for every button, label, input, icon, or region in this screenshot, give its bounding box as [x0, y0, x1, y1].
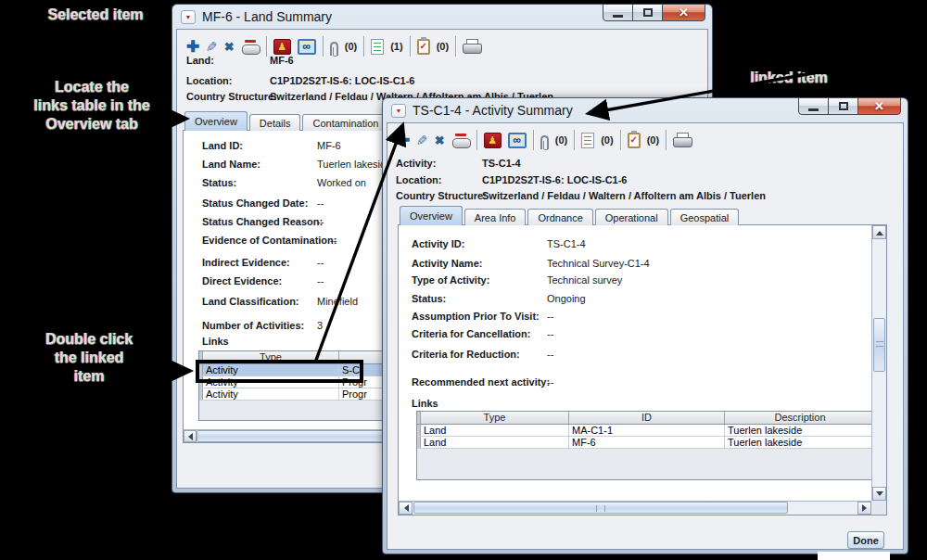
minimize-icon — [808, 108, 819, 111]
maximize-icon — [643, 8, 653, 17]
vertical-scrollbar[interactable] — [871, 225, 886, 501]
scrollbar-thumb[interactable] — [873, 318, 885, 372]
field-value: -- — [330, 235, 337, 246]
tab-contamination[interactable]: Contamination — [302, 114, 388, 131]
edit-button[interactable]: ✎ — [206, 40, 218, 54]
field-value: -- — [547, 328, 553, 339]
window-menu-icon[interactable]: ▼ — [181, 10, 196, 24]
scrollbar-thumb[interactable] — [413, 502, 788, 514]
scroll-left-button[interactable] — [184, 430, 197, 442]
cell-id: MF-6 — [569, 437, 725, 448]
field-value: Worked on — [317, 177, 366, 188]
field-label: Land Classification: — [202, 296, 299, 307]
cell-description: Tuerlen lakeside — [725, 437, 876, 448]
cell-type: Land — [421, 437, 569, 448]
annotation-line: Double click — [19, 330, 159, 349]
field-label: Indirect Evidence: — [202, 257, 290, 268]
field-value: Tuerlen lakeside — [317, 159, 391, 170]
tasks-count: (0) — [437, 41, 449, 52]
add-button[interactable]: ✚ — [397, 133, 410, 148]
field-label: Type of Activity: — [412, 274, 489, 286]
land-window-titlebar[interactable]: ▼ MF-6 - Land Summary ✕ — [172, 5, 712, 29]
scroll-right-button[interactable] — [857, 502, 871, 515]
field-value: -- — [317, 197, 324, 209]
attachment-count: (0) — [345, 41, 357, 52]
tasks-icon[interactable]: ✓ — [417, 39, 430, 55]
field-label: Status: — [202, 177, 236, 188]
thumb-grip — [596, 505, 605, 512]
field-value: -- — [317, 275, 324, 286]
notes-count: (1) — [390, 41, 402, 52]
delete-button[interactable]: ✖ — [224, 41, 235, 53]
scroll-down-button[interactable] — [872, 487, 886, 501]
report-button[interactable]: ♟ — [273, 39, 291, 55]
delete-button[interactable]: ✖ — [435, 134, 445, 146]
left-arrow-icon — [400, 504, 409, 512]
location-label: Location: — [396, 174, 442, 185]
window-menu-icon[interactable]: ▼ — [391, 104, 406, 118]
column-header-id[interactable]: ID — [569, 412, 725, 424]
stamp-button[interactable] — [241, 39, 260, 55]
window-title: MF-6 - Land Summary — [202, 9, 332, 24]
partial-window-fragment — [818, 552, 890, 560]
annotation-locate-links: Locate the links table in the Overview t… — [7, 78, 176, 134]
search-button[interactable]: ∞ — [298, 39, 316, 55]
add-button[interactable]: ✚ — [186, 39, 199, 55]
field-value: -- — [317, 257, 324, 268]
report-button[interactable]: ♟ — [484, 133, 502, 148]
tab-details[interactable]: Details — [249, 114, 301, 131]
field-label: Number of Activities: — [202, 320, 304, 331]
tab-area-info[interactable]: Area Info — [464, 209, 527, 225]
activity-toolbar: ✚ ✎ ✖ ♟ ∞ (0) (0) ✓ (0) — [397, 129, 691, 151]
maximize-button[interactable] — [632, 4, 663, 21]
links-table-header[interactable]: Type ID Description — [417, 412, 876, 425]
print-button[interactable] — [673, 133, 691, 147]
close-icon: ✕ — [679, 6, 689, 19]
field-value: 3 — [317, 320, 323, 331]
notes-icon[interactable] — [581, 133, 594, 148]
maximize-button[interactable] — [828, 97, 858, 115]
annotation-line: Overview tab — [7, 115, 176, 134]
scroll-up-button[interactable] — [872, 225, 886, 239]
column-header-type[interactable]: Type — [421, 412, 569, 424]
tab-operational[interactable]: Operational — [595, 209, 668, 225]
done-button[interactable]: Done — [847, 531, 884, 549]
tab-geospatial[interactable]: Geospatial — [670, 209, 740, 225]
table-row[interactable]: Land MA-C1-1 Tuerlen lakeside — [417, 425, 876, 437]
edit-button[interactable]: ✎ — [416, 134, 428, 147]
close-button[interactable]: ✕ — [662, 4, 705, 21]
print-button[interactable] — [463, 39, 480, 54]
tab-overview[interactable]: Overview — [400, 206, 463, 225]
links-heading: Links — [202, 336, 229, 347]
field-value: Technical Survey-C1-4 — [547, 258, 650, 269]
field-label: Assumption Prior To Visit: — [412, 311, 540, 322]
tab-overview[interactable]: Overview — [184, 111, 248, 131]
annotation-double-click: Double click the linked item — [19, 330, 159, 386]
field-label: Status Changed Date: — [202, 197, 308, 209]
minimize-button[interactable] — [603, 4, 633, 21]
toolbar-divider — [363, 36, 364, 57]
notes-icon[interactable] — [371, 39, 384, 55]
annotation-line: the linked — [19, 349, 159, 367]
toolbar-divider — [574, 130, 575, 150]
toolbar-divider — [410, 36, 411, 57]
activity-window-titlebar[interactable]: ▼ TS-C1-4 - Activity Summary ✕ — [383, 98, 908, 122]
close-icon: ✕ — [874, 100, 884, 112]
attachment-icon[interactable] — [330, 42, 338, 56]
tasks-icon[interactable]: ✓ — [628, 133, 641, 148]
annotation-line: Locate the — [7, 78, 176, 96]
scroll-left-button[interactable] — [399, 502, 413, 515]
stamp-button[interactable] — [451, 133, 470, 148]
field-value: Minefield — [317, 296, 358, 307]
field-value: MF-6 — [317, 140, 341, 151]
search-button[interactable]: ∞ — [508, 133, 527, 148]
activity-value: TS-C1-4 — [482, 158, 521, 169]
field-value: Ongoing — [547, 293, 586, 304]
close-button[interactable]: ✕ — [857, 97, 901, 115]
table-row[interactable]: Land MF-6 Tuerlen lakeside — [417, 437, 876, 449]
minimize-button[interactable] — [798, 97, 829, 115]
tab-ordnance[interactable]: Ordnance — [527, 209, 592, 225]
horizontal-scrollbar[interactable] — [399, 501, 871, 515]
attachment-icon[interactable] — [540, 135, 549, 149]
column-header-description[interactable]: Description — [725, 412, 876, 424]
